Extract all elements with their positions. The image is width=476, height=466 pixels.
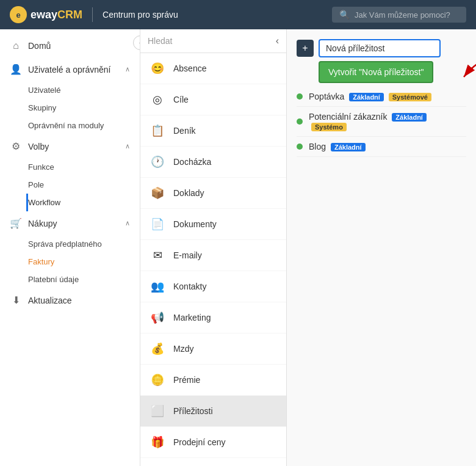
sidebar-item-volby[interactable]: ⚙ Volby ∧	[0, 134, 140, 158]
prodejni-ceny-icon: 🎁	[149, 434, 166, 451]
sidebar-item-uzivatele-sub[interactable]: Uživatelé	[28, 81, 140, 99]
new-opportunity-area: + Vytvořit "Nová příležitost"	[297, 39, 466, 57]
badge-zakladni-poptavka: Základní	[349, 93, 384, 101]
denik-icon: 📋	[149, 122, 166, 139]
doklady-icon: 📦	[149, 184, 166, 202]
update-icon: ⬇	[10, 294, 22, 306]
new-opportunity-input[interactable]	[319, 39, 441, 57]
main-right: + Vytvořit "Nová příležitost"	[287, 29, 476, 466]
sidebar-item-nakupy[interactable]: 🛒 Nákupy ∧	[0, 211, 140, 235]
sidebar-item-platebni[interactable]: Platební údaje	[28, 271, 140, 288]
module-close-button[interactable]: ‹	[276, 35, 279, 46]
sidebar-item-nakupy-label: Nákupy	[28, 219, 57, 228]
chevron-up-icon-nakupy: ∧	[125, 219, 130, 227]
module-item-denik-label: Deník	[173, 126, 196, 136]
logo: e ewayCRM	[10, 6, 82, 23]
module-item-prodejni-ceny-label: Prodejní ceny	[173, 437, 226, 447]
sidebar-sub-volby: Funkce Pole Workflow	[0, 158, 140, 211]
sidebar-item-domov-label: Domů	[28, 41, 51, 51]
cile-icon: ◎	[149, 91, 166, 108]
sidebar-item-opravneni[interactable]: Oprávnění na moduly	[28, 117, 140, 134]
module-item-prilezitosti-label: Příležitosti	[173, 406, 213, 416]
module-item-cile[interactable]: ◎ Cíle	[140, 84, 286, 115]
module-item-prodejni-ceny[interactable]: 🎁 Prodejní ceny	[140, 427, 286, 458]
main-layout: ‹ ⌂ Domů 👤 Uživatelé a oprávnění ∧ Uživa…	[0, 29, 476, 466]
module-item-doklady[interactable]: 📦 Doklady	[140, 178, 286, 209]
module-item-mzdy-label: Mzdy	[173, 344, 193, 354]
logo-icon: e	[10, 6, 27, 23]
sidebar-item-aktualizace-label: Aktualizace	[28, 296, 72, 305]
dochazka-icon: 🕐	[149, 153, 166, 170]
sidebar-item-funkce[interactable]: Funkce	[28, 158, 140, 176]
status-dot-potencialni	[297, 118, 303, 125]
badge-systemove-potencialni: Systémo	[311, 123, 347, 131]
sidebar-sub-nakupy: Správa předplatného Faktury Platební úda…	[0, 235, 140, 288]
topbar-title: Centrum pro správu	[103, 10, 178, 20]
status-dot-poptavka	[297, 93, 303, 100]
topbar-search-input[interactable]	[355, 10, 459, 20]
chevron-up-icon-volby: ∧	[125, 142, 130, 150]
shopping-icon: 🛒	[10, 217, 22, 229]
module-item-cile-label: Cíle	[173, 95, 189, 104]
module-item-marketing-label: Marketing	[173, 313, 211, 322]
sidebar-item-uzivatele[interactable]: 👤 Uživatelé a oprávnění ∧	[0, 57, 140, 81]
module-item-kontakty[interactable]: 👥 Kontakty	[140, 271, 286, 302]
status-dot-blog	[297, 144, 303, 150]
topbar: e ewayCRM Centrum pro správu 🔍	[0, 0, 476, 29]
module-panel-header: ‹	[140, 29, 286, 53]
module-item-mzdy[interactable]: 💰 Mzdy	[140, 333, 286, 365]
sidebar-sub-uzivatele: Uživatelé Skupiny Oprávnění na moduly	[0, 81, 140, 134]
add-workflow-button[interactable]: +	[297, 40, 314, 57]
badge-zakladni-potencialni: Základní	[392, 113, 427, 122]
badge-systemove-poptavka: Systémové	[389, 93, 431, 101]
module-item-prilezitosti[interactable]: ⬜ Příležitosti	[140, 396, 286, 427]
sidebar-item-aktualizace[interactable]: ⬇ Aktualizace	[0, 288, 140, 312]
module-item-premie[interactable]: 🪙 Prémie	[140, 365, 286, 396]
workflow-item-potencialni: Potenciální zákazník Základní Systémo	[297, 107, 466, 137]
workflow-item-poptavka: Poptávka Základní Systémové	[297, 87, 466, 107]
module-item-emaily[interactable]: ✉ E-maily	[140, 240, 286, 271]
topbar-search[interactable]: 🔍	[332, 7, 466, 23]
workflow-item-blog: Blog Základní	[297, 137, 466, 157]
module-item-premie-label: Prémie	[173, 375, 200, 385]
module-item-absence[interactable]: 😊 Absence	[140, 53, 286, 84]
module-panel: ‹ 😊 Absence ◎ Cíle 📋 Deník 🕐 Docházka	[140, 29, 287, 466]
content-area: ‹ 😊 Absence ◎ Cíle 📋 Deník 🕐 Docházka	[140, 29, 476, 466]
mzdy-icon: 💰	[149, 340, 166, 357]
absence-icon: 😊	[149, 60, 166, 77]
chevron-up-icon: ∧	[125, 65, 130, 73]
workflow-name-poptavka: Poptávka Základní Systémové	[309, 92, 431, 101]
premie-icon: 🪙	[149, 371, 166, 388]
emaily-icon: ✉	[149, 247, 166, 264]
badge-zakladni-blog: Základní	[331, 143, 366, 151]
dokumenty-icon: 📄	[149, 216, 166, 233]
module-item-marketing[interactable]: 📢 Marketing	[140, 302, 286, 333]
sidebar-nav: ⌂ Domů 👤 Uživatelé a oprávnění ∧ Uživate…	[0, 29, 140, 317]
module-list: 😊 Absence ◎ Cíle 📋 Deník 🕐 Docházka 📦	[140, 53, 286, 466]
user-icon: 👤	[10, 64, 22, 75]
module-item-projekty[interactable]: 🗂 Projekty	[140, 458, 286, 466]
module-item-absence-label: Absence	[173, 64, 206, 73]
module-item-denik[interactable]: 📋 Deník	[140, 115, 286, 147]
module-item-dokumenty-label: Dokumenty	[173, 219, 217, 229]
module-item-dochazka-label: Docházka	[173, 157, 211, 167]
home-icon: ⌂	[10, 40, 22, 51]
workflow-list: Poptávka Základní Systémové Potenciální …	[297, 87, 466, 157]
sidebar-item-domov[interactable]: ⌂ Domů	[0, 34, 140, 57]
module-item-doklady-label: Doklady	[173, 188, 204, 198]
create-suggestion-button[interactable]: Vytvořit "Nová příležitost"	[319, 61, 433, 83]
module-item-dokumenty[interactable]: 📄 Dokumenty	[140, 209, 286, 240]
sidebar-item-pole[interactable]: Pole	[28, 176, 140, 194]
module-item-dochazka[interactable]: 🕐 Docházka	[140, 147, 286, 178]
module-item-kontakty-label: Kontakty	[173, 282, 206, 291]
gear-icon: ⚙	[10, 140, 22, 152]
search-icon: 🔍	[339, 10, 350, 20]
module-search-input[interactable]	[148, 36, 271, 46]
sidebar-item-skupiny[interactable]: Skupiny	[28, 99, 140, 117]
sidebar-item-sprava[interactable]: Správa předplatného	[28, 235, 140, 253]
sidebar-item-workflow[interactable]: Workflow	[26, 194, 140, 211]
module-item-emaily-label: E-maily	[173, 250, 202, 260]
sidebar: ‹ ⌂ Domů 👤 Uživatelé a oprávnění ∧ Uživa…	[0, 29, 140, 466]
marketing-icon: 📢	[149, 309, 166, 326]
sidebar-item-faktury[interactable]: Faktury	[28, 253, 140, 271]
